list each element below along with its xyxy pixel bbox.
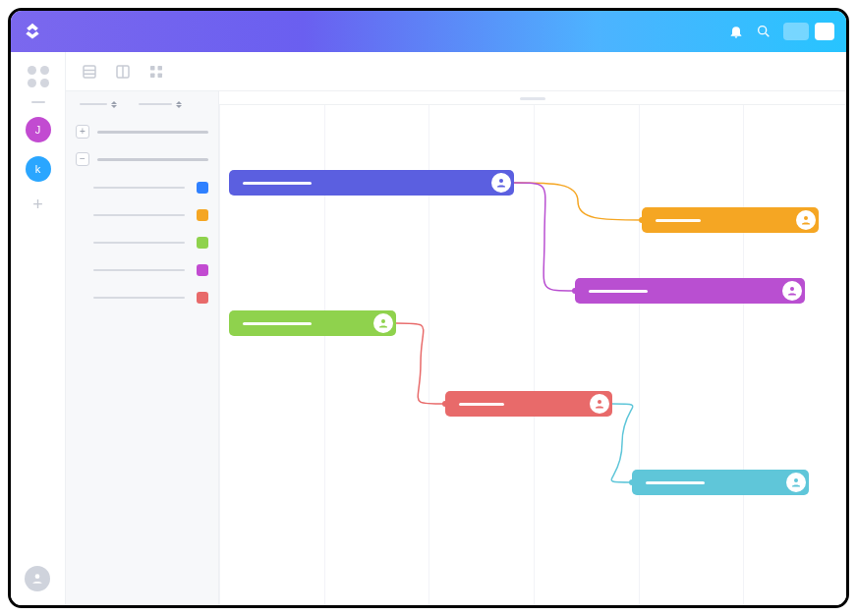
task-color-chip — [197, 182, 208, 194]
sort-caret-icon — [111, 99, 117, 109]
board-view-icon[interactable] — [113, 62, 133, 82]
task-label-placeholder — [93, 242, 185, 244]
task-label-placeholder — [93, 269, 185, 271]
task-title-placeholder — [656, 219, 701, 222]
gantt-task-bar[interactable] — [229, 170, 514, 196]
task-label-placeholder — [93, 214, 185, 216]
gantt-task-bar[interactable] — [642, 207, 819, 233]
sort-control-2[interactable] — [139, 99, 182, 109]
header-chip-1[interactable] — [783, 23, 809, 40]
sort-caret-icon — [176, 99, 182, 109]
gantt-task-bar[interactable] — [575, 278, 805, 304]
divider-icon — [31, 101, 45, 103]
apps-icon[interactable] — [28, 66, 49, 87]
assignee-avatar-icon[interactable] — [796, 210, 816, 230]
task-panel: + − — [66, 91, 219, 605]
svg-point-20 — [598, 400, 601, 404]
assignee-avatar-icon[interactable] — [782, 281, 802, 301]
task-title-placeholder — [589, 290, 648, 293]
task-row[interactable] — [76, 256, 208, 284]
task-row[interactable] — [76, 174, 208, 201]
bell-icon[interactable] — [722, 18, 750, 45]
task-row[interactable] — [76, 201, 208, 229]
left-rail: J k + — [11, 52, 66, 605]
task-label-placeholder — [93, 297, 185, 299]
task-title-placeholder — [243, 182, 312, 185]
group-header-2[interactable]: − — [76, 152, 208, 166]
task-color-chip — [197, 292, 208, 304]
task-label-placeholder — [93, 187, 185, 189]
expand-icon[interactable]: + — [76, 125, 89, 139]
assignee-avatar-icon[interactable] — [373, 313, 393, 333]
collapse-icon[interactable]: − — [76, 152, 89, 166]
svg-line-1 — [766, 33, 769, 36]
profile-icon[interactable] — [25, 566, 50, 591]
gantt-task-bar[interactable] — [632, 470, 809, 495]
svg-point-2 — [35, 574, 40, 579]
task-row[interactable] — [76, 284, 208, 311]
app-logo[interactable] — [23, 22, 42, 41]
search-icon[interactable] — [750, 18, 777, 45]
sort-control-1[interactable] — [80, 99, 117, 109]
task-color-chip — [197, 237, 208, 249]
assignee-avatar-icon[interactable] — [786, 473, 806, 492]
add-workspace-button[interactable]: + — [29, 196, 48, 215]
panel-sort-row — [76, 99, 208, 109]
svg-rect-10 — [150, 73, 155, 78]
task-title-placeholder — [646, 481, 705, 484]
svg-rect-9 — [158, 66, 163, 71]
svg-point-21 — [794, 478, 798, 482]
group-header-1[interactable]: + — [76, 125, 208, 139]
top-header — [11, 11, 846, 52]
task-title-placeholder — [243, 322, 312, 325]
svg-rect-11 — [158, 73, 163, 78]
task-row[interactable] — [76, 229, 208, 256]
svg-rect-3 — [84, 66, 95, 78]
list-view-icon[interactable] — [80, 62, 99, 82]
workspace-avatar-j[interactable]: J — [26, 117, 51, 142]
gantt-task-bar[interactable] — [229, 310, 396, 336]
gantt-area[interactable] — [219, 91, 846, 605]
svg-point-18 — [790, 287, 794, 291]
task-color-chip — [197, 209, 208, 221]
svg-point-0 — [759, 27, 767, 34]
assignee-avatar-icon[interactable] — [491, 173, 511, 193]
header-chip-2[interactable] — [815, 23, 834, 40]
task-title-placeholder — [459, 403, 504, 406]
task-color-chip — [197, 264, 208, 276]
gantt-task-bar[interactable] — [445, 391, 612, 417]
gantt-header — [219, 91, 846, 105]
grid-view-icon[interactable] — [146, 62, 166, 82]
svg-rect-8 — [150, 66, 155, 71]
svg-point-17 — [804, 216, 808, 220]
assignee-avatar-icon[interactable] — [590, 394, 609, 414]
view-toolbar — [66, 52, 846, 91]
svg-point-16 — [499, 179, 503, 183]
svg-point-19 — [381, 319, 385, 323]
drag-handle-icon[interactable] — [520, 97, 545, 100]
workspace-avatar-k[interactable]: k — [26, 156, 51, 182]
